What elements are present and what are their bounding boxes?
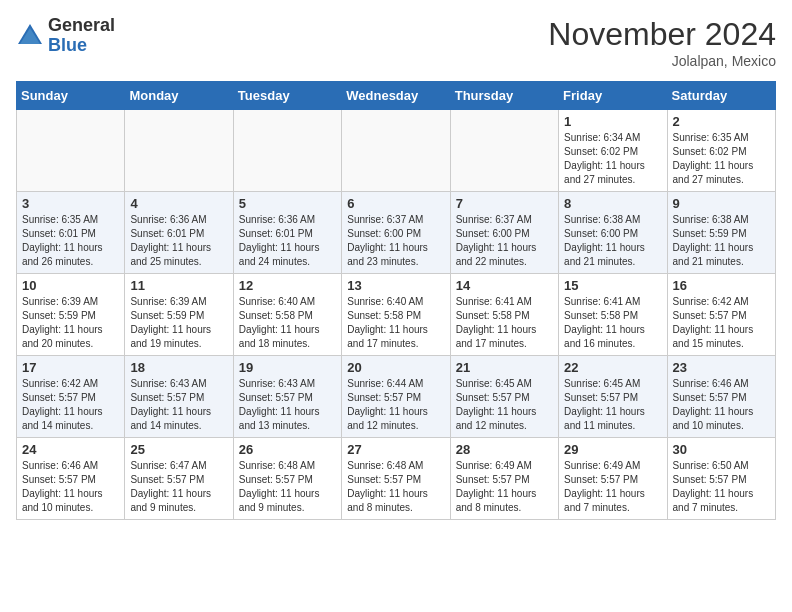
calendar-cell: 14Sunrise: 6:41 AM Sunset: 5:58 PM Dayli… (450, 274, 558, 356)
calendar-cell: 2Sunrise: 6:35 AM Sunset: 6:02 PM Daylig… (667, 110, 775, 192)
calendar-cell: 25Sunrise: 6:47 AM Sunset: 5:57 PM Dayli… (125, 438, 233, 520)
day-info: Sunrise: 6:45 AM Sunset: 5:57 PM Dayligh… (456, 377, 553, 433)
day-info: Sunrise: 6:36 AM Sunset: 6:01 PM Dayligh… (130, 213, 227, 269)
day-number: 9 (673, 196, 770, 211)
day-info: Sunrise: 6:49 AM Sunset: 5:57 PM Dayligh… (564, 459, 661, 515)
logo-icon (16, 22, 44, 50)
day-info: Sunrise: 6:39 AM Sunset: 5:59 PM Dayligh… (22, 295, 119, 351)
day-info: Sunrise: 6:49 AM Sunset: 5:57 PM Dayligh… (456, 459, 553, 515)
day-info: Sunrise: 6:46 AM Sunset: 5:57 PM Dayligh… (673, 377, 770, 433)
day-number: 12 (239, 278, 336, 293)
day-number: 23 (673, 360, 770, 375)
calendar-cell (233, 110, 341, 192)
month-title: November 2024 (548, 16, 776, 53)
calendar: SundayMondayTuesdayWednesdayThursdayFrid… (16, 81, 776, 520)
day-number: 27 (347, 442, 444, 457)
day-number: 25 (130, 442, 227, 457)
calendar-week-5: 24Sunrise: 6:46 AM Sunset: 5:57 PM Dayli… (17, 438, 776, 520)
day-number: 30 (673, 442, 770, 457)
day-info: Sunrise: 6:43 AM Sunset: 5:57 PM Dayligh… (130, 377, 227, 433)
calendar-week-4: 17Sunrise: 6:42 AM Sunset: 5:57 PM Dayli… (17, 356, 776, 438)
day-number: 24 (22, 442, 119, 457)
day-number: 20 (347, 360, 444, 375)
day-info: Sunrise: 6:46 AM Sunset: 5:57 PM Dayligh… (22, 459, 119, 515)
calendar-cell: 8Sunrise: 6:38 AM Sunset: 6:00 PM Daylig… (559, 192, 667, 274)
day-number: 5 (239, 196, 336, 211)
day-info: Sunrise: 6:40 AM Sunset: 5:58 PM Dayligh… (239, 295, 336, 351)
day-number: 3 (22, 196, 119, 211)
calendar-cell: 21Sunrise: 6:45 AM Sunset: 5:57 PM Dayli… (450, 356, 558, 438)
calendar-cell: 26Sunrise: 6:48 AM Sunset: 5:57 PM Dayli… (233, 438, 341, 520)
calendar-cell: 22Sunrise: 6:45 AM Sunset: 5:57 PM Dayli… (559, 356, 667, 438)
calendar-cell (342, 110, 450, 192)
calendar-cell: 28Sunrise: 6:49 AM Sunset: 5:57 PM Dayli… (450, 438, 558, 520)
calendar-cell: 18Sunrise: 6:43 AM Sunset: 5:57 PM Dayli… (125, 356, 233, 438)
page-header: General Blue November 2024 Jolalpan, Mex… (16, 16, 776, 69)
day-number: 18 (130, 360, 227, 375)
calendar-cell (450, 110, 558, 192)
calendar-cell: 30Sunrise: 6:50 AM Sunset: 5:57 PM Dayli… (667, 438, 775, 520)
calendar-cell: 10Sunrise: 6:39 AM Sunset: 5:59 PM Dayli… (17, 274, 125, 356)
day-info: Sunrise: 6:35 AM Sunset: 6:02 PM Dayligh… (673, 131, 770, 187)
calendar-cell: 20Sunrise: 6:44 AM Sunset: 5:57 PM Dayli… (342, 356, 450, 438)
day-info: Sunrise: 6:38 AM Sunset: 6:00 PM Dayligh… (564, 213, 661, 269)
day-info: Sunrise: 6:45 AM Sunset: 5:57 PM Dayligh… (564, 377, 661, 433)
day-number: 6 (347, 196, 444, 211)
day-info: Sunrise: 6:43 AM Sunset: 5:57 PM Dayligh… (239, 377, 336, 433)
calendar-cell: 23Sunrise: 6:46 AM Sunset: 5:57 PM Dayli… (667, 356, 775, 438)
day-header-saturday: Saturday (667, 82, 775, 110)
logo: General Blue (16, 16, 115, 56)
calendar-cell: 11Sunrise: 6:39 AM Sunset: 5:59 PM Dayli… (125, 274, 233, 356)
calendar-cell: 29Sunrise: 6:49 AM Sunset: 5:57 PM Dayli… (559, 438, 667, 520)
calendar-header-row: SundayMondayTuesdayWednesdayThursdayFrid… (17, 82, 776, 110)
title-block: November 2024 Jolalpan, Mexico (548, 16, 776, 69)
calendar-cell: 13Sunrise: 6:40 AM Sunset: 5:58 PM Dayli… (342, 274, 450, 356)
day-info: Sunrise: 6:47 AM Sunset: 5:57 PM Dayligh… (130, 459, 227, 515)
day-number: 17 (22, 360, 119, 375)
calendar-cell: 19Sunrise: 6:43 AM Sunset: 5:57 PM Dayli… (233, 356, 341, 438)
calendar-cell: 17Sunrise: 6:42 AM Sunset: 5:57 PM Dayli… (17, 356, 125, 438)
day-info: Sunrise: 6:34 AM Sunset: 6:02 PM Dayligh… (564, 131, 661, 187)
day-number: 28 (456, 442, 553, 457)
location: Jolalpan, Mexico (548, 53, 776, 69)
day-number: 10 (22, 278, 119, 293)
day-header-thursday: Thursday (450, 82, 558, 110)
day-header-tuesday: Tuesday (233, 82, 341, 110)
day-number: 2 (673, 114, 770, 129)
day-info: Sunrise: 6:40 AM Sunset: 5:58 PM Dayligh… (347, 295, 444, 351)
day-info: Sunrise: 6:36 AM Sunset: 6:01 PM Dayligh… (239, 213, 336, 269)
day-info: Sunrise: 6:41 AM Sunset: 5:58 PM Dayligh… (564, 295, 661, 351)
day-info: Sunrise: 6:37 AM Sunset: 6:00 PM Dayligh… (456, 213, 553, 269)
day-info: Sunrise: 6:50 AM Sunset: 5:57 PM Dayligh… (673, 459, 770, 515)
day-info: Sunrise: 6:35 AM Sunset: 6:01 PM Dayligh… (22, 213, 119, 269)
calendar-cell: 4Sunrise: 6:36 AM Sunset: 6:01 PM Daylig… (125, 192, 233, 274)
day-number: 21 (456, 360, 553, 375)
day-info: Sunrise: 6:37 AM Sunset: 6:00 PM Dayligh… (347, 213, 444, 269)
day-number: 7 (456, 196, 553, 211)
day-header-sunday: Sunday (17, 82, 125, 110)
day-number: 19 (239, 360, 336, 375)
calendar-week-1: 1Sunrise: 6:34 AM Sunset: 6:02 PM Daylig… (17, 110, 776, 192)
day-number: 15 (564, 278, 661, 293)
calendar-cell: 5Sunrise: 6:36 AM Sunset: 6:01 PM Daylig… (233, 192, 341, 274)
day-info: Sunrise: 6:42 AM Sunset: 5:57 PM Dayligh… (22, 377, 119, 433)
day-number: 26 (239, 442, 336, 457)
calendar-cell: 6Sunrise: 6:37 AM Sunset: 6:00 PM Daylig… (342, 192, 450, 274)
day-number: 29 (564, 442, 661, 457)
calendar-cell (125, 110, 233, 192)
day-number: 22 (564, 360, 661, 375)
day-info: Sunrise: 6:39 AM Sunset: 5:59 PM Dayligh… (130, 295, 227, 351)
calendar-week-2: 3Sunrise: 6:35 AM Sunset: 6:01 PM Daylig… (17, 192, 776, 274)
day-header-friday: Friday (559, 82, 667, 110)
calendar-cell: 3Sunrise: 6:35 AM Sunset: 6:01 PM Daylig… (17, 192, 125, 274)
calendar-cell: 27Sunrise: 6:48 AM Sunset: 5:57 PM Dayli… (342, 438, 450, 520)
day-number: 14 (456, 278, 553, 293)
calendar-cell: 15Sunrise: 6:41 AM Sunset: 5:58 PM Dayli… (559, 274, 667, 356)
calendar-cell: 1Sunrise: 6:34 AM Sunset: 6:02 PM Daylig… (559, 110, 667, 192)
day-info: Sunrise: 6:41 AM Sunset: 5:58 PM Dayligh… (456, 295, 553, 351)
calendar-cell: 16Sunrise: 6:42 AM Sunset: 5:57 PM Dayli… (667, 274, 775, 356)
calendar-body: 1Sunrise: 6:34 AM Sunset: 6:02 PM Daylig… (17, 110, 776, 520)
calendar-cell: 9Sunrise: 6:38 AM Sunset: 5:59 PM Daylig… (667, 192, 775, 274)
day-info: Sunrise: 6:42 AM Sunset: 5:57 PM Dayligh… (673, 295, 770, 351)
calendar-cell: 7Sunrise: 6:37 AM Sunset: 6:00 PM Daylig… (450, 192, 558, 274)
